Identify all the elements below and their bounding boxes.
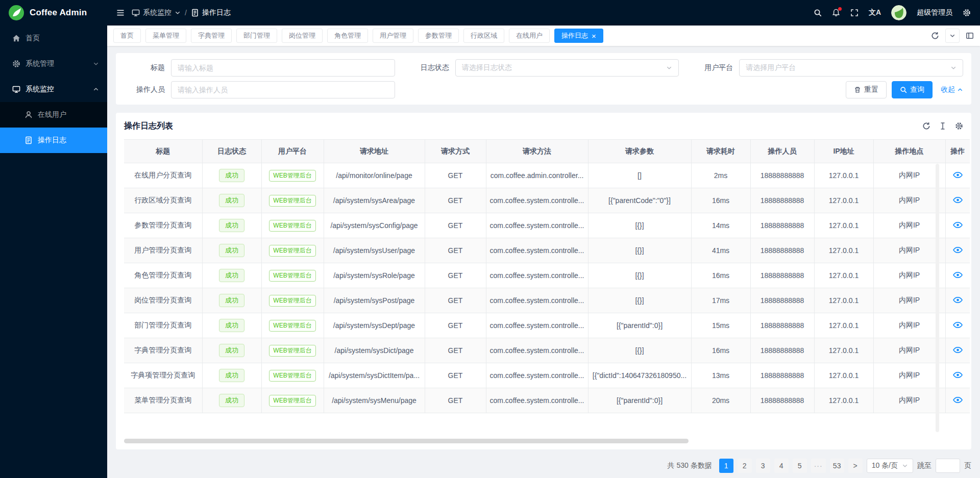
breadcrumb-system-monitor[interactable]: 系统监控 [132,8,181,17]
sidebar-item-label: 操作日志 [38,136,66,145]
status-badge: 成功 [219,369,244,382]
cell-location: 内网IP [873,388,945,413]
tab-字典管理[interactable]: 字典管理 [191,29,232,43]
tab-菜单管理[interactable]: 菜单管理 [145,29,186,43]
cell-status: 成功 [202,338,261,363]
tab-label: 部门管理 [243,31,270,40]
view-detail-button[interactable] [953,221,963,229]
row-height-icon[interactable] [939,122,947,130]
cell-request-url: /api/system/sysRole/page [324,263,425,288]
tab-在线用户[interactable]: 在线用户 [509,29,550,43]
operator-input[interactable] [171,81,395,98]
page-button-5[interactable]: 5 [793,459,807,473]
horizontal-scrollbar[interactable] [124,439,689,443]
page-button-1[interactable]: 1 [719,459,733,473]
table-row: 角色管理分页查询成功WEB管理后台/api/system/sysRole/pag… [124,263,970,288]
cell-operation [945,388,970,413]
column-header: 操作 [945,140,970,163]
pagination-pages: 12345···53 [719,459,844,473]
page-button-4[interactable]: 4 [774,459,789,473]
eye-icon [953,221,963,229]
cell-request-time: 15ms [691,313,750,338]
page-size-value: 10 条/页 [872,461,898,470]
cell-platform: WEB管理后台 [261,238,324,263]
page-button-2[interactable]: 2 [738,459,752,473]
refresh-icon[interactable] [922,122,930,130]
vertical-scrollbar[interactable] [936,164,939,432]
tab-操作日志[interactable]: 操作日志× [554,29,603,43]
tab-岗位管理[interactable]: 岗位管理 [282,29,323,43]
view-detail-button[interactable] [953,196,963,204]
settings-button[interactable] [963,9,971,17]
table-row: 字典管理分页查询成功WEB管理后台/api/system/sysDict/pag… [124,338,970,363]
view-detail-button[interactable] [953,271,963,279]
view-detail-button[interactable] [953,371,963,379]
tab-部门管理[interactable]: 部门管理 [236,29,277,43]
tab-close-icon[interactable]: × [592,32,596,40]
log-icon [24,136,33,144]
sidebar-item-system-management[interactable]: 系统管理 [0,51,107,77]
tab-首页[interactable]: 首页 [113,29,141,43]
logo-icon [8,5,24,21]
platform-badge: WEB管理后台 [269,295,315,307]
platform-badge: WEB管理后台 [269,395,315,407]
refresh-tab-button[interactable] [931,32,939,40]
search-button[interactable]: 查询 [892,81,933,98]
breadcrumb: 系统监控 / 操作日志 [132,8,231,17]
cell-platform: WEB管理后台 [261,363,324,388]
cell-request-method: GET [425,288,486,313]
table-row: 用户管理分页查询成功WEB管理后台/api/system/sysUser/pag… [124,238,970,263]
table-tools [922,122,963,130]
cell-title: 字典项管理分页查询 [124,363,202,388]
tab-角色管理[interactable]: 角色管理 [327,29,368,43]
sidebar-item-system-monitor[interactable]: 系统监控 [0,77,107,102]
view-detail-button[interactable] [953,246,963,254]
cell-ip: 127.0.0.1 [814,388,873,413]
gear-icon [12,60,20,68]
column-settings-icon[interactable] [955,122,963,130]
view-detail-button[interactable] [953,171,963,179]
sidebar-item-operation-log[interactable]: 操作日志 [0,128,107,153]
next-page-button[interactable]: > [848,459,863,473]
sidebar-item-online-users[interactable]: 在线用户 [0,102,107,128]
language-switch-button[interactable]: 文A [869,8,881,17]
search-icon [900,86,907,93]
cell-ip: 127.0.0.1 [814,338,873,363]
tab-label: 角色管理 [334,31,361,40]
notifications-button[interactable] [832,9,840,17]
status-badge: 成功 [219,194,244,207]
sidebar-collapse-button[interactable] [116,9,125,17]
fullscreen-button[interactable] [850,9,859,17]
view-detail-button[interactable] [953,396,963,404]
sidebar-item-home[interactable]: 首页 [0,26,107,51]
view-detail-button[interactable] [953,321,963,329]
current-user-name[interactable]: 超级管理员 [917,8,952,17]
cell-ip: 127.0.0.1 [814,238,873,263]
layout-toggle-button[interactable] [966,32,974,40]
jump-label: 跳至 [917,461,932,470]
chevron-down-icon [666,65,672,71]
tab-参数管理[interactable]: 参数管理 [418,29,459,43]
sidebar-submenu-system-monitor: 在线用户 操作日志 [0,102,107,153]
cell-platform: WEB管理后台 [261,263,324,288]
collapse-link[interactable]: 收起 [941,85,963,94]
jump-page-input[interactable] [936,459,960,473]
title-input[interactable] [171,59,395,77]
page-button-3[interactable]: 3 [756,459,770,473]
user-platform-select[interactable]: 请选择用户平台 [739,59,963,77]
cell-status: 成功 [202,263,261,288]
view-detail-button[interactable] [953,346,963,354]
tab-用户管理[interactable]: 用户管理 [373,29,413,43]
page-size-select[interactable]: 10 条/页 [867,459,913,473]
tab-options-dropdown[interactable] [945,29,960,43]
view-detail-button[interactable] [953,296,963,304]
cell-request-time: 16ms [691,188,750,213]
tab-行政区域[interactable]: 行政区域 [463,29,504,43]
avatar[interactable] [891,5,906,20]
page-button-53[interactable]: 53 [830,459,844,473]
topbar: 系统监控 / 操作日志 文A 超级管理员 [107,0,980,26]
log-status-select[interactable]: 请选择日志状态 [455,59,679,77]
global-search-button[interactable] [814,9,822,17]
reset-button[interactable]: 重置 [846,81,887,98]
cell-request-params: [] [588,163,691,188]
